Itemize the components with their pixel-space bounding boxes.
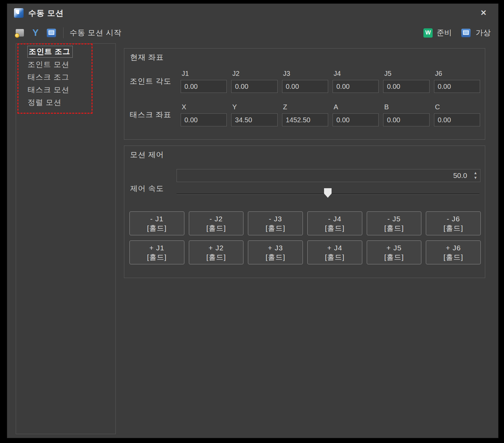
jog-button-label: - J6 [447, 214, 460, 223]
sidebar-item-joint-jog[interactable]: 조인트 조그 [16, 45, 115, 58]
jog-plus-j2-button[interactable]: + J2 [홀드] [189, 240, 244, 264]
speed-value: 50.0 [453, 169, 467, 182]
jog-button-label: - J5 [387, 214, 401, 223]
hold-label: [홀드] [444, 252, 463, 262]
toolbar-status-area: W 준비 가상 [423, 28, 491, 38]
jog-minus-j4-button[interactable]: - J4 [홀드] [307, 211, 362, 235]
stack-icon [16, 29, 24, 37]
jog-plus-j4-button[interactable]: + J4 [홀드] [307, 240, 362, 264]
spin-down-icon[interactable]: ▼ [474, 175, 477, 180]
start-manual-motion-button[interactable]: 수동 모션 시작 [70, 28, 122, 38]
hold-label: [홀드] [384, 252, 404, 262]
sidebar-item-task-jog[interactable]: 태스크 조그 [16, 71, 115, 83]
hold-label: [홀드] [384, 223, 404, 233]
joint-j4-field[interactable]: 0.00 [333, 80, 379, 93]
sidebar-item-task-motion[interactable]: 태스크 모션 [16, 83, 115, 96]
spin-up-icon[interactable]: ▲ [474, 170, 477, 175]
hold-label: [홀드] [147, 252, 167, 262]
close-icon[interactable]: ✕ [478, 8, 489, 18]
jog-button-label: + J2 [209, 243, 224, 252]
task-coordinate-label: 태스크 좌표 [130, 103, 176, 126]
jog-button-label: + J4 [327, 243, 342, 252]
group-title: 모션 제어 [130, 150, 164, 160]
joint-col-j5: J5 0.00 [383, 70, 429, 93]
jog-button-label: + J1 [149, 243, 164, 252]
group-title: 현재 좌표 [130, 52, 164, 63]
jog-button-label: - J4 [328, 214, 341, 223]
joint-j1-field[interactable]: 0.00 [181, 80, 227, 93]
sidebar-item-label: 조인트 모션 [28, 59, 69, 70]
task-b-field[interactable]: 0.00 [383, 113, 429, 126]
control-speed-label: 제어 속도 [130, 183, 164, 194]
col-header: J6 [435, 70, 480, 78]
jog-minus-j6-button[interactable]: - J6 [홀드] [426, 211, 481, 235]
motion-settings-icon[interactable] [15, 28, 25, 38]
virtual-view-icon[interactable] [46, 28, 56, 38]
col-header: J5 [384, 70, 429, 78]
joint-col-j4: J4 0.00 [333, 70, 379, 93]
col-header: Y [232, 103, 277, 111]
spinbox-arrows: ▲ ▼ [474, 170, 477, 180]
jog-minus-j3-button[interactable]: - J3 [홀드] [248, 211, 303, 235]
app-icon [14, 8, 24, 18]
jog-button-label: + J3 [268, 243, 283, 252]
jog-minus-j5-button[interactable]: - J5 [홀드] [367, 211, 422, 235]
jog-button-grid: - J1 [홀드] - J2 [홀드] - J3 [홀드] - J4 [홀드] … [129, 211, 481, 264]
task-coordinate-row: 태스크 좌표 X 0.00 Y 34.50 Z 1452.50 A 0.00 B… [130, 103, 480, 126]
current-coordinates-group: 현재 좌표 조인트 각도 J1 0.00 J2 0.00 J3 0.00 J4 … [124, 48, 485, 140]
motion-mode-list: 조인트 조그 조인트 모션 태스크 조그 태스크 모션 정렬 모션 [16, 43, 116, 434]
col-header: J1 [182, 70, 227, 78]
task-x-field[interactable]: 0.00 [181, 113, 227, 126]
jog-plus-j1-button[interactable]: + J1 [홀드] [129, 240, 184, 264]
task-col-z: Z 1452.50 [282, 103, 328, 126]
col-header: B [384, 103, 429, 111]
col-header: A [334, 103, 379, 111]
joint-j3-field[interactable]: 0.00 [282, 80, 328, 93]
task-y-field[interactable]: 34.50 [231, 113, 277, 126]
joint-col-j6: J6 0.00 [434, 70, 480, 93]
jog-button-label: - J3 [269, 214, 282, 223]
joint-j2-field[interactable]: 0.00 [231, 80, 277, 93]
col-header: J4 [334, 70, 379, 78]
sidebar-item-label: 태스크 모션 [28, 85, 69, 95]
jog-minus-j1-button[interactable]: - J1 [홀드] [129, 211, 184, 235]
joint-tool-icon[interactable]: Y [30, 27, 41, 38]
joint-j5-field[interactable]: 0.00 [383, 80, 429, 93]
sidebar-item-label: 태스크 조그 [28, 72, 69, 82]
sidebar-item-label: 정렬 모션 [28, 97, 61, 108]
task-a-field[interactable]: 0.00 [333, 113, 379, 126]
hold-label: [홀드] [206, 223, 226, 233]
jog-plus-j6-button[interactable]: + J6 [홀드] [426, 240, 481, 264]
sidebar-item-label: 조인트 조그 [28, 46, 72, 57]
window-title: 수동 모션 [28, 8, 64, 18]
joint-j6-field[interactable]: 0.00 [434, 80, 480, 93]
sidebar-item-align-motion[interactable]: 정렬 모션 [16, 96, 115, 109]
joint-col-j2: J2 0.00 [231, 70, 277, 93]
task-col-b: B 0.00 [383, 103, 429, 126]
col-header: J2 [232, 70, 277, 78]
jog-button-label: - J1 [150, 214, 164, 223]
speed-slider-handle[interactable] [324, 188, 332, 198]
speed-spinbox[interactable]: 50.0 ▲ ▼ [177, 169, 480, 182]
hold-label: [홀드] [266, 252, 285, 262]
hold-label: [홀드] [325, 252, 345, 262]
hold-label: [홀드] [147, 223, 167, 233]
jog-minus-j2-button[interactable]: - J2 [홀드] [189, 211, 244, 235]
manual-motion-window: 수동 모션 ✕ Y 수동 모션 시작 W 준비 가상 조인트 조그 조인트 모션… [7, 3, 499, 438]
task-z-field[interactable]: 1452.50 [282, 113, 328, 126]
col-header: X [182, 103, 227, 111]
jog-button-label: + J5 [387, 243, 402, 252]
task-c-field[interactable]: 0.00 [434, 113, 480, 126]
jog-plus-j5-button[interactable]: + J5 [홀드] [367, 240, 422, 264]
col-header: J3 [283, 70, 328, 78]
jog-plus-j3-button[interactable]: + J3 [홀드] [248, 240, 303, 264]
joint-angle-label: 조인트 각도 [130, 70, 176, 93]
ready-status-label: 준비 [437, 28, 452, 38]
task-col-y: Y 34.50 [231, 103, 277, 126]
virtual-status-icon [461, 28, 471, 38]
joint-col-j1: J1 0.00 [181, 70, 227, 93]
toolbar: Y 수동 모션 시작 W 준비 가상 [7, 22, 498, 43]
monitor-icon [47, 29, 56, 37]
sidebar-item-joint-motion[interactable]: 조인트 모션 [16, 58, 115, 71]
col-header: Z [283, 103, 328, 111]
